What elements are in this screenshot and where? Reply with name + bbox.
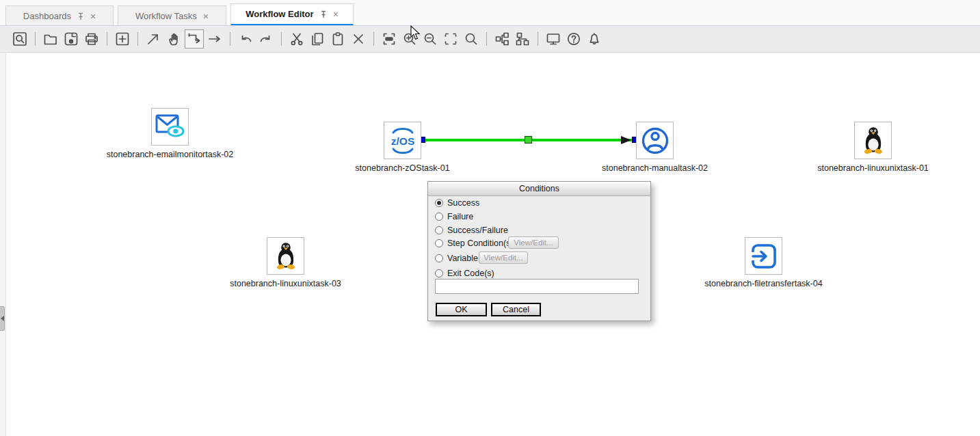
exit-codes-input[interactable] xyxy=(435,279,639,294)
node-label: stonebranch-linuxunixtask-01 xyxy=(817,163,929,173)
zoom-reset-icon[interactable] xyxy=(462,29,481,49)
mouse-cursor xyxy=(409,25,421,43)
toolbar-separator xyxy=(35,32,36,46)
add-connection-icon[interactable] xyxy=(185,29,204,49)
close-icon[interactable]: × xyxy=(203,12,209,21)
find-icon[interactable] xyxy=(10,29,29,49)
pin-icon[interactable] xyxy=(77,12,84,21)
workflow-canvas[interactable]: stonebranch-emailmonitortask-02 z/OS sto… xyxy=(0,53,980,436)
layout-vertical-icon[interactable] xyxy=(513,29,532,49)
radio-label: Step Condition(s) xyxy=(447,239,514,248)
email-monitor-task-icon[interactable] xyxy=(151,108,189,146)
open-in-new-icon[interactable] xyxy=(144,29,163,49)
node-label: stonebranch-linuxunixtask-03 xyxy=(230,279,341,288)
node-zOStask-01[interactable]: z/OS stonebranch-zOStask-01 xyxy=(384,122,421,159)
node-linuxunixtask-03[interactable]: stonebranch-linuxunixtask-03 xyxy=(267,237,304,275)
node-label: stonebranch-filetransfertask-04 xyxy=(704,279,822,288)
tab-workflow-editor[interactable]: Workflow Editor × xyxy=(230,3,354,26)
workflow-toolbar xyxy=(0,26,980,53)
radio-label: Success xyxy=(447,198,479,208)
option-step-conditions[interactable]: Step Condition(s) xyxy=(435,237,514,249)
toolbar-separator xyxy=(373,32,374,46)
linux-unix-task-icon[interactable] xyxy=(267,237,304,275)
radio-success-failure[interactable] xyxy=(435,226,443,234)
option-success[interactable]: Success xyxy=(435,197,479,208)
option-success-failure[interactable]: Success/Failure xyxy=(435,224,508,236)
tab-bar: Dashboards × Workflow Tasks × Workflow E… xyxy=(0,0,980,26)
tab-label: Workflow Editor xyxy=(246,9,313,19)
option-failure[interactable]: Failure xyxy=(435,210,473,222)
radio-exit-codes[interactable] xyxy=(435,269,443,277)
tab-workflow-tasks[interactable]: Workflow Tasks × xyxy=(118,5,226,26)
zos-icon-text: z/OS xyxy=(390,135,414,147)
file-transfer-task-icon[interactable] xyxy=(745,237,782,275)
radio-label: Exit Code(s) xyxy=(447,269,494,278)
cancel-button[interactable]: Cancel xyxy=(491,303,541,316)
toolbar-separator xyxy=(538,32,538,46)
tab-label: Workflow Tasks xyxy=(135,11,197,21)
tab-dashboards[interactable]: Dashboards × xyxy=(5,5,114,26)
radio-variable[interactable] xyxy=(435,254,443,262)
radio-label: Success/Failure xyxy=(447,226,508,235)
close-icon[interactable]: × xyxy=(333,10,339,19)
add-task-icon[interactable] xyxy=(113,29,132,49)
node-linuxunixtask-01[interactable]: stonebranch-linuxunixtask-01 xyxy=(854,122,892,159)
zoom-to-selection-icon[interactable] xyxy=(441,29,460,49)
straight-connection-icon[interactable] xyxy=(205,29,224,49)
radio-label: Failure xyxy=(447,212,473,221)
toolbar-separator xyxy=(230,32,230,46)
close-icon[interactable]: × xyxy=(90,12,96,21)
option-exit-codes[interactable]: Exit Code(s) xyxy=(435,267,494,279)
toolbar-separator xyxy=(107,32,107,46)
variable-view-edit-button[interactable]: View/Edit... xyxy=(479,251,528,264)
tab-label: Dashboards xyxy=(23,11,71,21)
toolbar-separator xyxy=(486,32,487,46)
zoom-out-icon[interactable] xyxy=(421,29,440,49)
copy-icon[interactable] xyxy=(308,29,327,49)
notifications-icon[interactable] xyxy=(585,29,604,49)
cut-icon[interactable] xyxy=(287,29,306,49)
fullscreen-icon[interactable] xyxy=(544,29,563,49)
connection-midpoint-handle[interactable] xyxy=(525,136,532,144)
radio-failure[interactable] xyxy=(435,213,443,221)
save-icon[interactable] xyxy=(62,29,81,49)
step-view-edit-button[interactable]: View/Edit... xyxy=(508,236,559,249)
help-icon[interactable] xyxy=(564,29,583,49)
radio-label: Variable xyxy=(447,254,478,263)
pan-tool-icon[interactable] xyxy=(164,29,183,49)
fit-to-window-icon[interactable] xyxy=(380,29,399,49)
node-label: stonebranch-manualtask-02 xyxy=(602,163,708,173)
connection-arrowhead-icon xyxy=(621,136,631,144)
node-manualtask-02[interactable]: stonebranch-manualtask-02 xyxy=(636,122,674,159)
sidebar-collapse-handle[interactable] xyxy=(0,306,5,331)
print-icon[interactable] xyxy=(82,29,101,49)
node-label: stonebranch-emailmonitortask-02 xyxy=(107,150,234,159)
dialog-title[interactable]: Conditions xyxy=(428,182,650,196)
toolbar-separator xyxy=(137,32,138,46)
zos-task-icon[interactable]: z/OS xyxy=(384,122,421,159)
open-workflow-icon[interactable] xyxy=(41,29,60,49)
undo-icon[interactable] xyxy=(236,29,255,49)
paste-icon[interactable] xyxy=(328,29,347,49)
node-label: stonebranch-zOStask-01 xyxy=(355,163,449,173)
delete-icon[interactable] xyxy=(349,29,368,49)
ok-button[interactable]: OK xyxy=(436,303,487,316)
linux-unix-task-icon[interactable] xyxy=(854,122,892,159)
redo-icon[interactable] xyxy=(256,29,276,49)
node-emailmonitortask-02[interactable]: stonebranch-emailmonitortask-02 xyxy=(151,108,189,146)
conditions-dialog: Conditions Success Failure Success/Failu… xyxy=(427,181,651,321)
radio-success[interactable] xyxy=(435,199,443,207)
pin-icon[interactable] xyxy=(320,10,327,18)
canvas-left-strip xyxy=(0,53,6,436)
layout-horizontal-icon[interactable] xyxy=(492,29,512,49)
node-filetransfertask-04[interactable]: stonebranch-filetransfertask-04 xyxy=(745,237,782,275)
manual-task-icon[interactable] xyxy=(636,122,674,159)
radio-step-conditions[interactable] xyxy=(435,239,443,247)
option-variable[interactable]: Variable xyxy=(435,252,478,264)
toolbar-separator xyxy=(281,32,282,46)
